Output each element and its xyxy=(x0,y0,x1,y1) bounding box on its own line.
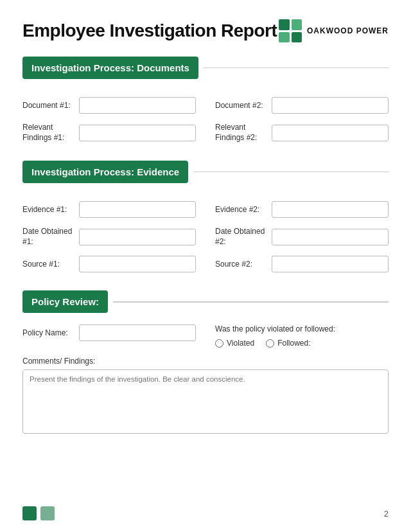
violated-question: Was the policy violated or followed: xyxy=(215,324,389,333)
rel2-label: Relevant Findings #2: xyxy=(215,123,267,143)
evidence-section-header-row: Investigation Process: Evidence xyxy=(22,161,389,183)
doc2-field: Document #2: xyxy=(215,97,389,114)
footer-sq-teal xyxy=(40,506,55,520)
do1-label: Date Obtained #1: xyxy=(22,227,74,247)
documents-divider-line xyxy=(204,67,389,69)
footer-sq-green xyxy=(22,506,37,520)
src1-input[interactable] xyxy=(79,256,196,272)
rel1-label: Relevant Findings #1: xyxy=(22,123,74,143)
documents-section-label: Investigation Process: Documents xyxy=(22,57,198,79)
policy-divider-line xyxy=(113,301,389,303)
comments-label: Comments/ Findings: xyxy=(22,357,389,366)
do-row: Date Obtained #1: Date Obtained #2: xyxy=(22,227,389,247)
policy-name-field: Policy Name: xyxy=(22,324,196,341)
evidence-section-label: Investigation Process: Evidence xyxy=(22,161,188,183)
followed-radio-item[interactable]: Followed: xyxy=(266,339,310,348)
followed-radio-circle[interactable] xyxy=(266,339,274,348)
violated-radio-item[interactable]: Violated xyxy=(215,339,254,348)
doc2-input[interactable] xyxy=(272,97,389,114)
rel1-field: Relevant Findings #1: xyxy=(22,123,196,143)
violated-label: Violated xyxy=(227,339,254,348)
policy-name-input[interactable] xyxy=(79,324,196,341)
footer-squares xyxy=(22,506,55,520)
logo-cell-br xyxy=(292,32,302,43)
policy-section-header-row: Policy Review: xyxy=(22,290,389,313)
documents-section-header-row: Investigation Process: Documents xyxy=(22,57,389,79)
documents-form: Document #1: Document #2: Relevant Findi… xyxy=(22,91,389,154)
doc1-label: Document #1: xyxy=(22,101,74,110)
doc1-input[interactable] xyxy=(79,97,196,114)
ev1-input[interactable] xyxy=(79,201,196,218)
logo-grid-icon xyxy=(279,19,302,42)
src2-field: Source #2: xyxy=(215,256,389,272)
ev2-input[interactable] xyxy=(272,201,389,218)
doc-row-2: Relevant Findings #1: Relevant Findings … xyxy=(22,123,389,143)
doc2-label: Document #2: xyxy=(215,101,267,110)
logo-cell-bl xyxy=(279,32,290,43)
policy-name-label: Policy Name: xyxy=(22,328,74,337)
comments-textarea[interactable] xyxy=(22,369,389,434)
ev1-label: Evidence #1: xyxy=(22,205,74,214)
violated-radio-circle[interactable] xyxy=(215,339,223,348)
ev2-field: Evidence #2: xyxy=(215,201,389,218)
do1-input[interactable] xyxy=(79,229,196,245)
policy-form: Policy Name: Was the policy violated or … xyxy=(22,324,389,436)
rel1-input[interactable] xyxy=(79,125,196,141)
ev2-label: Evidence #2: xyxy=(215,205,267,214)
policy-section-label: Policy Review: xyxy=(22,290,108,313)
src1-field: Source #1: xyxy=(22,256,196,272)
src2-label: Source #2: xyxy=(215,260,267,269)
page-header: Employee Investigation Report OAKWOOD PO… xyxy=(22,19,389,42)
logo-name: OAKWOOD POWER xyxy=(307,26,389,35)
policy-violated-field: Was the policy violated or followed: Vio… xyxy=(215,324,389,348)
rel2-input[interactable] xyxy=(272,125,389,141)
doc1-field: Document #1: xyxy=(22,97,196,114)
logo-cell-tr xyxy=(292,19,302,30)
radio-group: Violated Followed: xyxy=(215,339,389,348)
evidence-form: Evidence #1: Evidence #2: Date Obtained … xyxy=(22,195,389,284)
logo-area: OAKWOOD POWER xyxy=(279,19,389,42)
do2-label: Date Obtained #2: xyxy=(215,227,267,247)
ev-row-1: Evidence #1: Evidence #2: xyxy=(22,201,389,218)
src-row: Source #1: Source #2: xyxy=(22,256,389,272)
src1-label: Source #1: xyxy=(22,260,74,269)
do2-field: Date Obtained #2: xyxy=(215,227,389,247)
ev1-field: Evidence #1: xyxy=(22,201,196,218)
policy-main-row: Policy Name: Was the policy violated or … xyxy=(22,324,389,348)
do1-field: Date Obtained #1: xyxy=(22,227,196,247)
logo-cell-tl xyxy=(279,19,290,30)
page-title: Employee Investigation Report xyxy=(22,21,277,41)
doc-row-1: Document #1: Document #2: xyxy=(22,97,389,114)
evidence-divider-line xyxy=(193,172,389,173)
comments-section: Comments/ Findings: xyxy=(22,357,389,436)
page-number: 2 xyxy=(384,509,389,519)
do2-input[interactable] xyxy=(272,229,389,245)
rel2-field: Relevant Findings #2: xyxy=(215,123,389,143)
src2-input[interactable] xyxy=(272,256,389,272)
followed-label: Followed: xyxy=(277,339,310,348)
page-footer: 2 xyxy=(22,506,389,520)
